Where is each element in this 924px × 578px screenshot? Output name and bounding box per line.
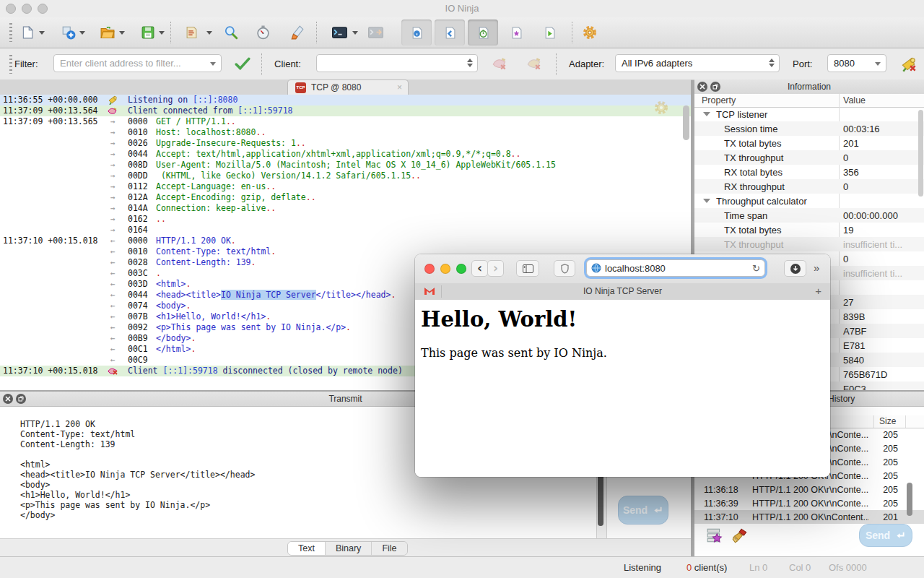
script-panel-toggle[interactable] <box>534 20 565 46</box>
stepper-icon[interactable] <box>769 59 775 67</box>
log-data-text: <html>. <box>156 279 191 290</box>
history-row[interactable]: 11:36:18HTTP/1.1 200 OK\r\nConte...205 <box>694 483 924 496</box>
transmit-editor[interactable]: HTTP/1.1 200 OK Content-Type: text/html … <box>20 419 255 520</box>
clear-log-icon <box>290 25 305 40</box>
settings-button[interactable] <box>579 20 601 46</box>
zoom-window-button[interactable] <box>456 264 466 274</box>
new-file-menu-chevron[interactable] <box>39 31 45 35</box>
info-row[interactable]: TX throughputinsufficient ti... <box>694 237 924 251</box>
info-group-row[interactable]: Throughput calculator <box>694 194 924 208</box>
history-send-button[interactable]: Send <box>859 524 912 547</box>
new-session-button[interactable] <box>59 20 78 46</box>
new-file-button[interactable] <box>19 20 36 46</box>
session-tabbar: TCP TCP @ 8080 × <box>0 79 691 95</box>
chevron-down-icon[interactable] <box>875 62 881 66</box>
apply-filter-button[interactable] <box>235 57 250 70</box>
bookmark-panel-toggle-icon <box>510 26 523 40</box>
log-row[interactable]: →014AConnection: keep-alive.. <box>0 203 691 214</box>
port-select[interactable]: 8080 <box>827 54 886 72</box>
log-row[interactable]: 11:37:10 +00:15.018←0000HTTP/1.1 200 OK. <box>0 236 691 246</box>
info-group-row[interactable]: TCP listener <box>694 107 924 121</box>
info-row[interactable]: TX total bytes201 <box>694 136 924 150</box>
session-tab[interactable]: TCP TCP @ 8080 × <box>287 79 409 95</box>
info-row[interactable]: TX throughput0 <box>694 150 924 165</box>
log-settings-gear-icon[interactable] <box>653 100 669 116</box>
save-button[interactable] <box>139 20 157 46</box>
browser-tab-title[interactable]: IO Ninja TCP Server <box>415 286 830 296</box>
history-size: 205 <box>869 471 898 481</box>
settings-gear-icon <box>582 25 598 40</box>
find-button[interactable] <box>221 20 241 46</box>
address-bar[interactable]: localhost:8080 ↻ <box>586 259 765 277</box>
new-session-menu-chevron[interactable] <box>79 31 85 35</box>
privacy-shield-button[interactable] <box>554 260 575 277</box>
info-scrollbar[interactable] <box>918 110 923 197</box>
minimize-window-button[interactable] <box>440 264 450 274</box>
terminal-send-button[interactable] <box>365 20 385 46</box>
close-tab-icon[interactable]: × <box>397 82 402 92</box>
client-select[interactable] <box>316 54 478 72</box>
log-data-text: Accept-Language: en-us.. <box>156 181 276 192</box>
log-row[interactable]: 11:37:09 +00:13.564Client connected from… <box>0 105 691 116</box>
terminal-button[interactable] <box>329 20 349 46</box>
transmit-mode-tab-text[interactable]: Text <box>288 542 326 555</box>
clear-history-button[interactable] <box>731 527 749 543</box>
transmit-mode-tab-binary[interactable]: Binary <box>326 542 372 555</box>
info-row[interactable]: RX total bytes356 <box>694 165 924 179</box>
disconnect-all-button[interactable] <box>526 56 543 72</box>
timer-button[interactable] <box>253 20 273 46</box>
stepper-icon[interactable] <box>467 59 473 67</box>
info-row[interactable]: Time span00:00:00.000 <box>694 208 924 223</box>
log-row[interactable]: →0044Accept: text/html,application/xhtml… <box>0 149 691 160</box>
collapse-triangle-icon[interactable] <box>703 112 710 116</box>
history-scrollbar[interactable] <box>907 483 912 516</box>
save-menu-chevron[interactable] <box>159 31 165 35</box>
log-row[interactable]: 11:37:09 +00:13.565→0000GET / HTTP/1.1.. <box>0 116 691 127</box>
history-row[interactable]: 11:36:39HTTP/1.1 200 OK\r\nConte...205 <box>694 496 924 510</box>
chevron-down-icon[interactable] <box>210 62 216 66</box>
open-file-menu-chevron[interactable] <box>119 31 125 35</box>
transmit-send-button[interactable]: Send <box>618 496 668 525</box>
filter-input[interactable]: Enter client address to filter... <box>53 54 222 72</box>
info-row[interactable]: Session time00:03:16 <box>694 121 924 136</box>
formatter-button[interactable] <box>182 20 201 46</box>
stop-listening-button[interactable] <box>899 56 918 73</box>
disconnect-button[interactable] <box>491 56 508 72</box>
log-row[interactable]: →008DUser-Agent: Mozilla/5.0 (Macintosh;… <box>0 160 691 171</box>
more-toolbar-icon[interactable]: » <box>814 262 819 274</box>
formatter-menu-chevron[interactable] <box>206 31 212 35</box>
adapter-select[interactable]: All IPv6 adapters <box>615 54 780 72</box>
nav-history-toggle[interactable] <box>435 20 465 46</box>
forward-button[interactable]: › <box>487 260 504 277</box>
clear-log-button[interactable] <box>287 20 308 46</box>
log-row[interactable]: →0162.. <box>0 214 691 225</box>
timer-panel-toggle[interactable] <box>468 20 498 46</box>
new-tab-button[interactable]: + <box>815 285 821 297</box>
browser-window[interactable]: ‹ › localhost:8080 ↻ » IO Ninja TCP Serv… <box>415 254 830 477</box>
collapse-triangle-icon[interactable] <box>703 199 710 203</box>
info-panel-toggle[interactable] <box>401 20 432 46</box>
transmit-mode-tab-file[interactable]: File <box>372 542 406 555</box>
log-scrollbar[interactable] <box>683 105 689 140</box>
info-row[interactable]: TX total bytes19 <box>694 223 924 237</box>
log-row[interactable]: →0010Host: localhost:8080.. <box>0 127 691 138</box>
close-window-button[interactable] <box>424 264 435 274</box>
terminal-menu-chevron[interactable] <box>352 31 358 35</box>
log-row[interactable]: →0026Upgrade-Insecure-Requests: 1.. <box>0 138 691 149</box>
reload-icon[interactable]: ↻ <box>752 263 760 274</box>
open-file-button[interactable] <box>98 20 117 46</box>
log-row[interactable]: 11:36:55 +00:00.000Listening on [::]:808… <box>0 95 691 105</box>
log-row[interactable]: →0112Accept-Language: en-us.. <box>0 181 691 192</box>
add-favorite-button[interactable] <box>706 527 723 543</box>
log-row[interactable]: →012AAccept-Encoding: gzip, deflate.. <box>0 192 691 203</box>
log-row[interactable]: →00DD (KHTML, like Gecko) Version/14.1.2… <box>0 171 691 181</box>
sidebar-button[interactable] <box>516 260 539 277</box>
rx-arrow-icon: → <box>110 160 116 171</box>
log-offset: 012A <box>128 192 156 203</box>
window-title: IO Ninja <box>0 3 924 14</box>
downloads-button[interactable] <box>784 260 806 277</box>
info-row[interactable]: RX throughput0 <box>694 179 924 194</box>
bookmark-panel-toggle[interactable] <box>501 20 531 46</box>
back-button[interactable]: ‹ <box>471 260 488 277</box>
log-row[interactable]: →0164 <box>0 225 691 236</box>
